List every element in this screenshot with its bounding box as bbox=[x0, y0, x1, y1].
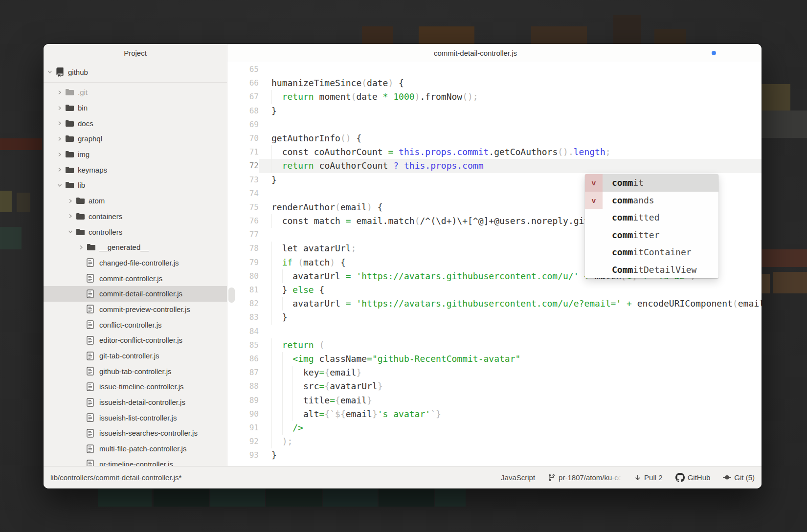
code-line[interactable]: 92); bbox=[227, 435, 762, 448]
code-line[interactable]: 85return ( bbox=[227, 338, 762, 352]
line-number[interactable]: 69 bbox=[227, 118, 259, 132]
line-number[interactable]: 76 bbox=[227, 214, 259, 228]
tree-item-editor-conflict-controller-js[interactable]: editor-conflict-controller.js bbox=[44, 332, 227, 348]
line-number[interactable]: 71 bbox=[227, 145, 259, 159]
chevron-right-icon[interactable] bbox=[57, 106, 65, 111]
line-number[interactable]: 65 bbox=[227, 63, 259, 76]
language-status[interactable]: JavaScript bbox=[501, 473, 535, 482]
chevron-right-icon[interactable] bbox=[57, 136, 65, 141]
line-number[interactable]: 80 bbox=[227, 269, 259, 283]
tree-item-pr-timeline-controller-js[interactable]: pr-timeline-controller.js bbox=[44, 457, 227, 466]
chevron-down-icon[interactable] bbox=[57, 183, 65, 188]
tree-root-item[interactable]: github bbox=[44, 62, 227, 82]
code-line[interactable]: 66humanizeTimeSince(date) { bbox=[227, 76, 762, 90]
line-number[interactable]: 92 bbox=[227, 435, 259, 448]
code-line[interactable]: 65 bbox=[227, 63, 762, 76]
code-line[interactable]: 68} bbox=[227, 104, 762, 118]
code-line[interactable]: 93} bbox=[227, 448, 762, 462]
tree-item-keymaps[interactable]: keymaps bbox=[44, 162, 227, 177]
line-number[interactable]: 67 bbox=[227, 90, 259, 104]
tree-item-img[interactable]: img bbox=[44, 147, 227, 162]
github-status[interactable]: GitHub bbox=[675, 473, 711, 482]
autocomplete-item[interactable]: commitContainer bbox=[585, 244, 718, 261]
tree-item-multi-file-patch-controller-js[interactable]: multi-file-patch-controller.js bbox=[44, 441, 227, 457]
autocomplete-item[interactable]: vcommands bbox=[585, 192, 718, 209]
chevron-right-icon[interactable] bbox=[57, 152, 65, 157]
tree-item-changed-file-controller-js[interactable]: changed-file-controller.js bbox=[44, 255, 227, 271]
tree-item-git-tab-controller-js[interactable]: git-tab-controller.js bbox=[44, 348, 227, 364]
line-number[interactable]: 88 bbox=[227, 379, 259, 393]
code-line[interactable]: 87key={email} bbox=[227, 366, 762, 379]
chevron-right-icon[interactable] bbox=[68, 214, 76, 219]
code-line[interactable]: 72return coAuthorCount ? this.props.comm bbox=[227, 159, 762, 173]
line-number[interactable]: 86 bbox=[227, 352, 259, 366]
code-line[interactable]: 71const coAuthorCount = this.props.commi… bbox=[227, 145, 762, 159]
chevron-right-icon[interactable] bbox=[57, 121, 65, 126]
tree-item--git[interactable]: .git bbox=[44, 85, 227, 100]
tree-item-issueish-searches-controller-js[interactable]: issueish-searches-controller.js bbox=[44, 425, 227, 441]
line-number[interactable]: 83 bbox=[227, 310, 259, 324]
tree-item-graphql[interactable]: graphql bbox=[44, 131, 227, 147]
line-number[interactable]: 85 bbox=[227, 338, 259, 352]
line-number[interactable]: 79 bbox=[227, 256, 259, 269]
line-number[interactable]: 73 bbox=[227, 173, 259, 187]
code-line[interactable]: 81} else { bbox=[227, 283, 762, 297]
tree-item-conflict-controller-js[interactable]: conflict-controller.js bbox=[44, 317, 227, 332]
chevron-right-icon[interactable] bbox=[79, 245, 87, 250]
chevron-right-icon[interactable] bbox=[68, 199, 76, 203]
tree-item-bin[interactable]: bin bbox=[44, 100, 227, 116]
tree-item--generated-[interactable]: __generated__ bbox=[44, 240, 227, 255]
line-number[interactable]: 78 bbox=[227, 242, 259, 255]
chevron-down-icon[interactable] bbox=[68, 229, 76, 234]
line-number[interactable]: 70 bbox=[227, 132, 259, 145]
tree-item-commit-detail-controller-js[interactable]: commit-detail-controller.js bbox=[44, 286, 227, 302]
chevron-right-icon[interactable] bbox=[57, 90, 65, 95]
tree-item-docs[interactable]: docs bbox=[44, 115, 227, 131]
tree-item-commit-controller-js[interactable]: commit-controller.js bbox=[44, 270, 227, 286]
line-number[interactable]: 87 bbox=[227, 366, 259, 379]
tree-item-controllers[interactable]: controllers bbox=[44, 224, 227, 240]
line-number[interactable]: 89 bbox=[227, 394, 259, 407]
line-number[interactable]: 75 bbox=[227, 200, 259, 214]
code-line[interactable]: 83} bbox=[227, 310, 762, 324]
tree-item-issueish-list-controller-js[interactable]: issueish-list-controller.js bbox=[44, 410, 227, 425]
line-number[interactable]: 74 bbox=[227, 187, 259, 200]
pull-status[interactable]: Pull 2 bbox=[634, 473, 663, 482]
tree-scrollbar-thumb[interactable] bbox=[228, 288, 235, 303]
code-editor[interactable]: 6566humanizeTimeSince(date) {67return mo… bbox=[227, 62, 762, 466]
file-path-status[interactable]: lib/controllers/commit-detail-controller… bbox=[50, 473, 181, 482]
tree-item-commit-preview-controller-js[interactable]: commit-preview-controller.js bbox=[44, 302, 227, 317]
project-tree-panel[interactable]: github.gitbindocsgraphqlimgkeymapslibato… bbox=[44, 62, 227, 466]
code-line[interactable]: 69 bbox=[227, 118, 762, 132]
code-line[interactable]: 84 bbox=[227, 325, 762, 338]
code-line[interactable]: 70getAuthorInfo() { bbox=[227, 132, 762, 145]
chevron-right-icon[interactable] bbox=[57, 167, 65, 172]
line-number[interactable]: 93 bbox=[227, 448, 259, 462]
code-line[interactable]: 90alt={`${email}'s avatar'`} bbox=[227, 407, 762, 421]
line-number[interactable]: 72 bbox=[227, 159, 259, 173]
tree-item-lib[interactable]: lib bbox=[44, 177, 227, 193]
branch-status[interactable]: pr-1807/atom/ku-comm bbox=[548, 473, 621, 482]
tree-item-containers[interactable]: containers bbox=[44, 209, 227, 224]
line-number[interactable]: 68 bbox=[227, 104, 259, 118]
code-line[interactable]: 89title={email} bbox=[227, 394, 762, 407]
code-line[interactable]: 67return moment(date * 1000).fromNow(); bbox=[227, 90, 762, 104]
line-number[interactable]: 84 bbox=[227, 325, 259, 338]
line-number[interactable]: 90 bbox=[227, 407, 259, 421]
tree-item-github-tab-controller-js[interactable]: github-tab-controller.js bbox=[44, 363, 227, 379]
tree-item-atom[interactable]: atom bbox=[44, 193, 227, 209]
line-number[interactable]: 77 bbox=[227, 228, 259, 242]
autocomplete-item[interactable]: committer bbox=[585, 226, 718, 244]
tree-item-issueish-detail-controller-js[interactable]: issueish-detail-controller.js bbox=[44, 395, 227, 410]
autocomplete-item[interactable]: committed bbox=[585, 209, 718, 226]
autocomplete-item[interactable]: CommitDetailView bbox=[585, 261, 718, 279]
chevron-down-icon[interactable] bbox=[47, 69, 55, 74]
line-number[interactable]: 66 bbox=[227, 76, 259, 90]
code-line[interactable]: 82avatarUrl = 'https://avatars.githubuse… bbox=[227, 297, 762, 310]
line-number[interactable]: 91 bbox=[227, 421, 259, 435]
code-line[interactable]: 91/> bbox=[227, 421, 762, 435]
code-line[interactable]: 88src={avatarUrl} bbox=[227, 379, 762, 393]
git-status[interactable]: Git (5) bbox=[723, 473, 755, 482]
code-line[interactable]: 86<img className="github-RecentCommit-av… bbox=[227, 352, 762, 366]
tree-item-issue-timeline-controller-js[interactable]: issue-timeline-controller.js bbox=[44, 379, 227, 395]
